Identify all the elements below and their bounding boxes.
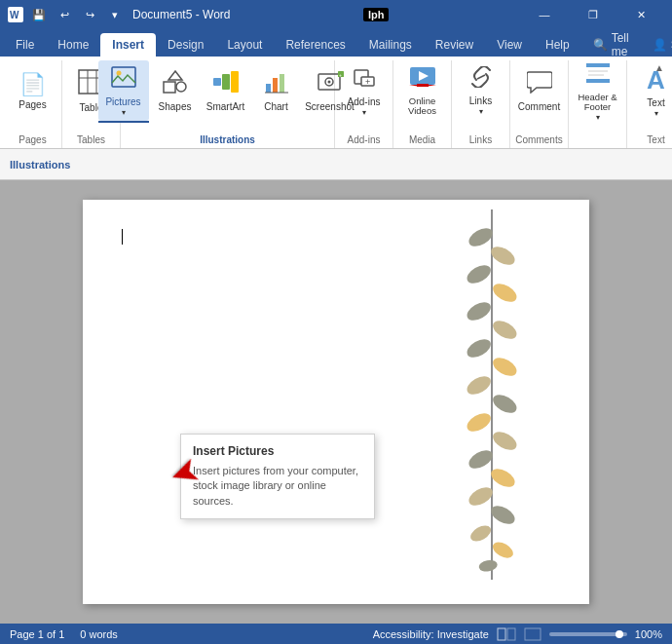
svg-rect-31 [586, 79, 610, 83]
svg-rect-16 [280, 74, 284, 93]
addins-label: Add-ins [348, 96, 381, 108]
svg-point-43 [464, 372, 494, 398]
quick-access-toolbar: W 💾 ↩ ↪ ▾ [8, 5, 125, 24]
pictures-label: Pictures [105, 96, 140, 108]
tab-references[interactable]: References [274, 33, 356, 57]
comments-group-label: Comments [515, 133, 562, 148]
tab-design[interactable]: Design [156, 33, 215, 57]
text-cursor [122, 229, 123, 245]
tables-group-label: Tables [77, 133, 105, 148]
redo-button[interactable]: ↪ [80, 5, 99, 24]
pages-group-label: Pages [19, 133, 46, 148]
comment-icon [527, 70, 552, 99]
chart-label: Chart [264, 101, 287, 113]
svg-point-40 [490, 317, 520, 342]
svg-point-52 [490, 539, 515, 561]
shapes-label: Shapes [159, 101, 192, 113]
tab-tell-me[interactable]: 🔍 Tell me [581, 33, 641, 57]
online-videos-icon [409, 66, 436, 94]
svg-point-46 [490, 428, 520, 453]
tab-layout[interactable]: Layout [215, 33, 274, 57]
svg-rect-54 [498, 628, 505, 640]
undo-button[interactable]: ↩ [55, 5, 74, 24]
zoom-slider[interactable] [549, 632, 627, 636]
tab-insert[interactable]: Insert [100, 33, 156, 57]
pictures-dropdown-arrow: ▾ [122, 108, 126, 118]
close-button[interactable]: ✕ [619, 0, 664, 29]
links-label: Links [469, 95, 492, 107]
svg-rect-11 [213, 78, 221, 86]
pictures-button[interactable]: Pictures ▾ [98, 60, 149, 121]
svg-rect-8 [164, 82, 175, 93]
svg-point-45 [464, 409, 494, 435]
tab-help[interactable]: Help [534, 33, 581, 57]
svg-point-41 [464, 335, 494, 360]
addins-button[interactable]: + Add-ins ▾ [339, 60, 390, 121]
svg-point-7 [116, 71, 121, 76]
svg-text:+: + [365, 77, 370, 87]
svg-point-38 [490, 280, 520, 305]
svg-point-42 [490, 354, 520, 379]
ribbon-tabs: File Home Insert Design Layout Reference… [0, 29, 672, 57]
svg-text:W: W [10, 10, 19, 20]
page-count: Page 1 of 1 [10, 628, 64, 640]
svg-rect-56 [525, 628, 541, 640]
addins-group-label: Add-ins [348, 133, 381, 148]
tooltip-title: Insert Pictures [193, 444, 362, 458]
word-count: 0 words [80, 628, 118, 640]
ribbon-group-header-footer: Header & Footer ▾ [569, 60, 627, 148]
comment-label: Comment [518, 101, 560, 113]
ribbon-group-pages: 📄 Pages Pages [4, 60, 62, 148]
tab-view[interactable]: View [485, 33, 534, 57]
online-videos-label: Online Videos [396, 96, 449, 117]
tab-file[interactable]: File [4, 33, 46, 57]
document-page[interactable]: Insert Pictures Insert pictures from you… [83, 200, 589, 604]
tab-share[interactable]: 👤 Share [641, 33, 672, 57]
shapes-button[interactable]: Shapes [153, 60, 198, 121]
shapes-icon [163, 70, 188, 99]
sub-ribbon-illustrations: Illustrations [0, 149, 672, 180]
tab-home[interactable]: Home [46, 33, 100, 57]
ribbon-body: 📄 Pages Pages Table Tables [0, 57, 672, 149]
media-group-label: Media [409, 133, 435, 148]
pages-button[interactable]: 📄 Pages [8, 60, 58, 121]
restore-button[interactable]: ❐ [571, 0, 616, 29]
text-label: Text [647, 97, 664, 109]
addins-icon: + [352, 65, 377, 95]
svg-point-53 [478, 558, 499, 573]
svg-rect-12 [222, 74, 230, 90]
ribbon-group-comments: Comment Comments [510, 60, 569, 148]
word-icon: W [8, 7, 23, 22]
online-videos-button[interactable]: Online Videos [394, 60, 451, 121]
svg-rect-6 [112, 67, 135, 87]
customize-button[interactable]: ▾ [105, 5, 125, 24]
tab-mailings[interactable]: Mailings [357, 33, 424, 57]
ribbon-collapse-button[interactable]: ▲ [651, 60, 668, 75]
minimize-button[interactable]: — [522, 0, 567, 29]
save-button[interactable]: 💾 [29, 5, 49, 24]
layout-icon [497, 627, 516, 641]
status-right: Accessibility: Investigate 100% [373, 627, 662, 641]
header-footer-button[interactable]: Header & Footer ▾ [570, 60, 626, 121]
links-group-label: Links [469, 133, 492, 148]
text-group-label: Text [647, 133, 664, 148]
illustrations-sub-label: Illustrations [10, 159, 70, 170]
svg-point-44 [490, 391, 520, 416]
svg-rect-28 [417, 84, 429, 87]
links-button[interactable]: Links ▾ [456, 60, 506, 121]
svg-point-9 [176, 82, 186, 92]
ribbon-group-illustrations: Pictures ▾ Shapes [121, 60, 335, 148]
ribbon-group-media: Online Videos Media [393, 60, 452, 148]
illustrations-group-label: Illustrations [200, 133, 255, 148]
window-controls: — ❐ ✕ [522, 0, 664, 29]
tab-review[interactable]: Review [424, 33, 485, 57]
comment-button[interactable]: Comment [514, 60, 565, 121]
svg-rect-30 [586, 63, 610, 67]
title-bar-left: W 💾 ↩ ↪ ▾ Document5 - Word [8, 5, 230, 24]
svg-point-37 [464, 261, 494, 286]
smartart-label: SmartArt [206, 101, 244, 113]
smartart-button[interactable]: SmartArt [202, 60, 250, 121]
chart-icon [264, 70, 289, 99]
chart-button[interactable]: Chart [254, 60, 299, 121]
ribbon-group-links: Links ▾ Links [452, 60, 510, 148]
